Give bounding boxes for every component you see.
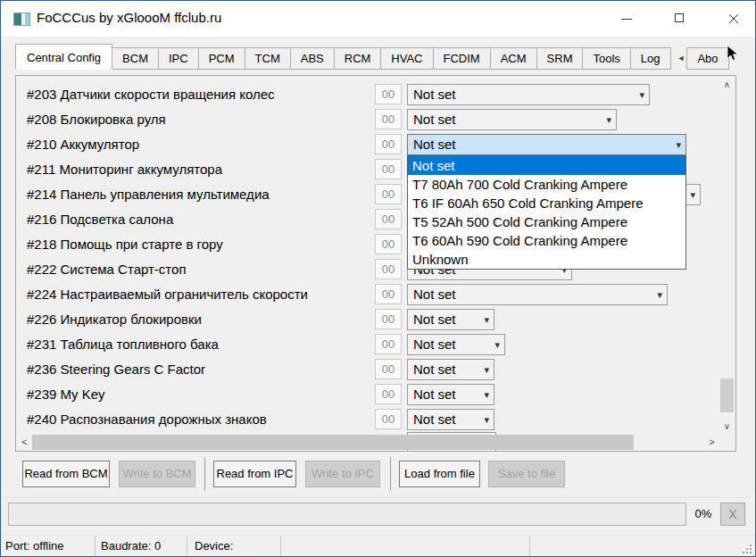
tab-srm[interactable]: SRM <box>536 47 584 70</box>
row-value-input[interactable]: 00 <box>375 384 402 404</box>
progress-bar <box>8 503 686 526</box>
status-port: Port: offline <box>5 539 64 553</box>
toolbar: Read from BCMWrite to BCMRead from IPCWr… <box>1 461 755 487</box>
app-window: FoCCCus by xGloooM ffclub.ru Central Con… <box>0 0 756 557</box>
row-combo[interactable]: Not set▾ <box>407 134 686 155</box>
app-icon <box>13 12 30 26</box>
combo-value: Not set <box>413 310 456 329</box>
horizontal-scrollbar: < > <box>17 435 719 450</box>
tab-ipc[interactable]: IPC <box>158 47 199 70</box>
row-label: #236 Steering Gears C Factor <box>27 357 205 382</box>
row-combo[interactable]: Not set▾ <box>407 359 494 380</box>
tab-abs[interactable]: ABS <box>290 47 335 70</box>
row-value-input[interactable]: 00 <box>375 209 402 229</box>
chevron-down-icon: ▾ <box>606 110 611 129</box>
dropdown-option[interactable]: T5 52Ah 500 Cold Cranking Ampere <box>408 212 685 231</box>
chevron-down-icon: ▾ <box>494 335 500 354</box>
chevron-down-icon: ▾ <box>690 185 695 204</box>
scroll-up-button[interactable]: ∧ <box>719 77 735 92</box>
row-value-input[interactable]: 00 <box>375 309 402 329</box>
dropdown-option[interactable]: Not set <box>408 156 685 175</box>
tab-acm[interactable]: ACM <box>490 47 537 70</box>
row-label: #222 Система Старт-стоп <box>27 257 187 282</box>
tab-abo[interactable]: Abo <box>686 47 728 70</box>
chevron-down-icon: ▾ <box>484 360 489 379</box>
minimize-button[interactable] <box>606 1 646 37</box>
mouse-cursor <box>727 45 739 62</box>
read-from-bcm-button[interactable]: Read from BCM <box>22 461 110 487</box>
combo-value: Not set <box>413 135 456 154</box>
vertical-scroll-thumb[interactable] <box>720 378 734 412</box>
maximize-icon <box>675 13 684 22</box>
row-value-input[interactable]: 00 <box>375 159 402 179</box>
save-to-file-button: Save to file <box>488 461 565 487</box>
row-label: #203 Датчики скорости вращения колес <box>27 82 275 107</box>
row-value-input[interactable]: 00 <box>375 109 402 129</box>
read-from-ipc-button[interactable]: Read from IPC <box>213 461 296 487</box>
row-combo[interactable]: Not set▾ <box>407 284 668 305</box>
row-value-input[interactable]: 00 <box>375 259 402 279</box>
combo-value: Not set <box>413 385 456 404</box>
toolbar-separator <box>204 457 205 491</box>
row-value-input[interactable]: 00 <box>375 284 402 304</box>
row-label: #218 Помощь при старте в гору <box>27 232 223 257</box>
dropdown-list: Not setT7 80Ah 700 Cold Cranking AmpereT… <box>407 155 686 270</box>
maximize-button[interactable] <box>660 1 700 37</box>
statusbar-separator <box>95 536 96 557</box>
tab-log[interactable]: Log <box>630 47 671 70</box>
row-label: #226 Индикатор блокировки <box>27 307 202 332</box>
write-to-ipc-button: Write to IPC <box>305 461 380 487</box>
minimize-icon <box>621 19 632 20</box>
row-value-input[interactable]: 00 <box>375 409 402 429</box>
tab-hvac[interactable]: HVAC <box>380 47 433 70</box>
row-value-input[interactable]: 00 <box>375 84 402 104</box>
row-combo[interactable]: Not set▾ <box>407 409 494 430</box>
tab-rcm[interactable]: RCM <box>334 47 382 70</box>
chevron-down-icon: ▾ <box>484 385 489 404</box>
statusbar-separator <box>529 536 530 557</box>
scroll-down-button[interactable]: ∨ <box>719 419 735 434</box>
tab-tcm[interactable]: TCM <box>245 47 291 70</box>
row-combo[interactable]: Not set▾ <box>407 334 505 355</box>
tab-pcm[interactable]: PCM <box>198 47 245 70</box>
tab-scroll-left-icon[interactable]: ◄ <box>671 47 688 70</box>
scroll-left-button[interactable]: < <box>17 435 32 450</box>
row-combo[interactable]: Not set▾ <box>407 384 494 405</box>
chevron-down-icon: ▾ <box>657 285 662 304</box>
close-button[interactable] <box>713 1 753 37</box>
row-label: #214 Панель управления мультимедиа <box>27 182 270 207</box>
dropdown-option[interactable]: T6 60Ah 590 Cold Cranking Ampere <box>408 231 685 250</box>
tab-bcm[interactable]: BCM <box>112 47 159 70</box>
status-bar: Port: offlineBaudrate: 0Device: <box>1 535 755 557</box>
tab-central-config[interactable]: Central Config <box>15 44 112 70</box>
row-combo[interactable]: Not set▾ <box>407 309 494 330</box>
row-label: #210 Аккумулятор <box>27 132 139 157</box>
row-value-input[interactable]: 00 <box>375 134 402 154</box>
dropdown-option[interactable]: Unknown <box>408 250 685 269</box>
window-title: FoCCCus by xGloooM ffclub.ru <box>37 10 221 25</box>
tab-fcdim[interactable]: FCDIM <box>433 47 491 70</box>
row-value-input[interactable]: 00 <box>375 334 402 354</box>
chevron-down-icon: ▾ <box>484 310 489 329</box>
row-value-input[interactable]: 00 <box>375 184 402 204</box>
row-label: #231 Таблица топливного бака <box>27 332 219 357</box>
row-label: #240 Распознавания дорожных знаков <box>27 407 267 432</box>
cancel-button: X <box>720 503 745 526</box>
divider-line <box>4 497 753 498</box>
row-combo[interactable]: Not set▾ <box>407 109 617 130</box>
toolbar-separator <box>390 457 391 491</box>
row-combo[interactable]: Not set▾ <box>407 84 650 105</box>
row-value-input[interactable]: 00 <box>375 359 402 379</box>
combo-value: Not set <box>413 335 456 354</box>
horizontal-scroll-thumb[interactable] <box>32 435 634 450</box>
load-from-file-button[interactable]: Load from file <box>399 461 480 487</box>
row-value-input[interactable]: 00 <box>375 234 402 254</box>
resize-grip-icon[interactable] <box>741 543 753 555</box>
dropdown-option[interactable]: T7 80Ah 700 Cold Cranking Ampere <box>408 175 685 194</box>
statusbar-separator <box>280 536 281 557</box>
tab-tools[interactable]: Tools <box>582 47 630 70</box>
dropdown-option[interactable]: T6 IF 60Ah 650 Cold Cranking Ampere <box>408 194 685 212</box>
config-rows: #203 Датчики скорости вращения колес00No… <box>16 76 735 451</box>
scroll-right-button[interactable]: > <box>704 435 719 450</box>
close-icon <box>728 13 739 24</box>
